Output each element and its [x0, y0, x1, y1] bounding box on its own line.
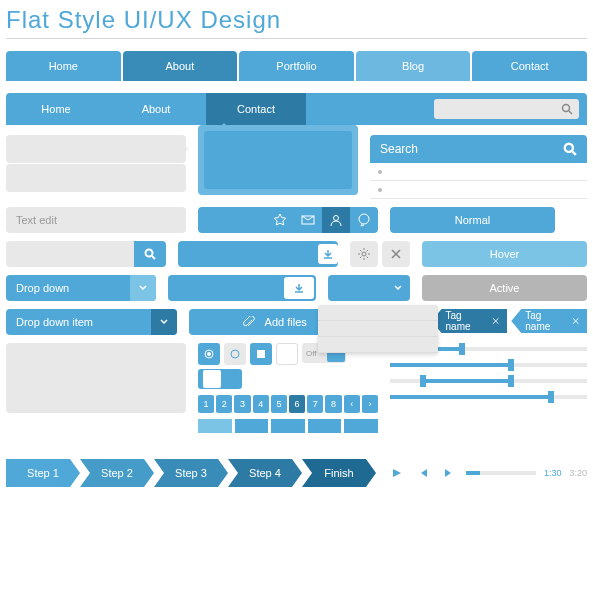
- segment[interactable]: [235, 419, 269, 433]
- button-active[interactable]: Active: [422, 275, 587, 301]
- page-button[interactable]: 4: [253, 395, 269, 413]
- audio-player: 1:30 3:20: [388, 459, 587, 487]
- callout-panel: [198, 125, 358, 195]
- next-icon[interactable]: [440, 464, 458, 482]
- svg-line-8: [152, 256, 155, 259]
- tooltip-list: [6, 135, 186, 199]
- time-current: 1:30: [544, 468, 562, 478]
- svg-point-5: [334, 216, 339, 221]
- toggle-on[interactable]: [198, 369, 242, 389]
- segment[interactable]: [308, 419, 342, 433]
- slider[interactable]: [390, 395, 587, 399]
- play-icon[interactable]: [388, 464, 406, 482]
- page-button[interactable]: 7: [307, 395, 323, 413]
- stepper: Step 1 Step 2 Step 3 Step 4 Finish: [6, 459, 376, 487]
- close-icon[interactable]: [382, 241, 410, 267]
- step-2[interactable]: Step 2: [80, 459, 154, 487]
- download-button[interactable]: [178, 241, 338, 267]
- svg-line-3: [572, 151, 576, 155]
- close-icon: [572, 317, 579, 325]
- svg-rect-13: [257, 350, 265, 358]
- segment[interactable]: [198, 419, 232, 433]
- step-finish[interactable]: Finish: [302, 459, 376, 487]
- range-slider[interactable]: [390, 379, 587, 383]
- dropdown-expanded[interactable]: [328, 275, 410, 301]
- tag-chip[interactable]: Tag name: [511, 309, 587, 333]
- search-icon: [563, 142, 577, 156]
- nav-blog[interactable]: Blog: [356, 51, 471, 81]
- checkbox-on[interactable]: [250, 343, 272, 365]
- page-button[interactable]: 6: [289, 395, 305, 413]
- page-button[interactable]: 5: [271, 395, 287, 413]
- slider-group: [390, 343, 587, 433]
- icon-toolbar: [198, 207, 378, 233]
- dropdown-menu: [318, 305, 438, 353]
- checkbox-off[interactable]: [276, 343, 298, 365]
- user-icon[interactable]: [322, 207, 350, 233]
- download-icon: [318, 244, 338, 264]
- tag-label: Tag name: [525, 310, 565, 332]
- radio-on[interactable]: [198, 343, 220, 365]
- page-button[interactable]: 1: [198, 395, 214, 413]
- svg-point-7: [146, 250, 153, 257]
- star-icon[interactable]: [266, 207, 294, 233]
- dropdown-item[interactable]: Drop down item: [6, 309, 177, 335]
- list-item[interactable]: [370, 163, 587, 181]
- segmented-control: [198, 419, 378, 433]
- step-3[interactable]: Step 3: [154, 459, 228, 487]
- svg-point-9: [362, 252, 366, 256]
- progress-track[interactable]: [466, 471, 536, 475]
- dropdown-option[interactable]: [318, 305, 438, 321]
- step-4[interactable]: Step 4: [228, 459, 302, 487]
- search-icon: [561, 103, 573, 115]
- nav-home[interactable]: Home: [6, 51, 121, 81]
- dropdown-option[interactable]: [318, 321, 438, 337]
- mail-icon[interactable]: [294, 207, 322, 233]
- page-button[interactable]: 3: [234, 395, 250, 413]
- text-input[interactable]: Text edit: [6, 207, 186, 233]
- button-normal[interactable]: Normal: [390, 207, 555, 233]
- prev-icon[interactable]: [414, 464, 432, 482]
- download-icon: [284, 277, 314, 299]
- nav2-home[interactable]: Home: [6, 93, 106, 125]
- nav-search-input[interactable]: [434, 99, 579, 119]
- chevron-down-icon: [130, 275, 156, 301]
- search-panel-header[interactable]: Search: [370, 135, 587, 163]
- nav2-about[interactable]: About: [106, 93, 206, 125]
- secondary-nav: Home About Contact: [6, 93, 587, 125]
- segment[interactable]: [344, 419, 378, 433]
- step-1[interactable]: Step 1: [6, 459, 80, 487]
- chat-icon[interactable]: [350, 207, 378, 233]
- tooltip-item: [6, 164, 186, 192]
- attachment-icon: [243, 316, 255, 328]
- page-next[interactable]: ›: [362, 395, 378, 413]
- dropdown-item-label: Drop down item: [16, 316, 93, 328]
- page-prev[interactable]: ‹: [344, 395, 360, 413]
- nav-contact[interactable]: Contact: [472, 51, 587, 81]
- gear-icon[interactable]: [350, 241, 378, 267]
- dropdown-label: Drop down: [16, 282, 69, 294]
- search-results: [370, 163, 587, 199]
- segment[interactable]: [271, 419, 305, 433]
- search-button[interactable]: [134, 241, 166, 267]
- radio-off[interactable]: [224, 343, 246, 365]
- download-button-alt[interactable]: [168, 275, 316, 301]
- search-label: Search: [380, 142, 418, 156]
- toggle-label: Off: [302, 349, 317, 358]
- search-field[interactable]: [6, 241, 166, 267]
- dropdown[interactable]: Drop down: [6, 275, 156, 301]
- dropdown-option[interactable]: [318, 337, 438, 353]
- list-item[interactable]: [370, 181, 587, 199]
- svg-line-1: [569, 111, 572, 114]
- slider[interactable]: [390, 363, 587, 367]
- primary-nav: Home About Portfolio Blog Contact: [6, 51, 587, 81]
- nav-portfolio[interactable]: Portfolio: [239, 51, 354, 81]
- button-hover[interactable]: Hover: [422, 241, 587, 267]
- page-button[interactable]: 2: [216, 395, 232, 413]
- nav-about[interactable]: About: [123, 51, 238, 81]
- tag-chip[interactable]: Tag name: [432, 309, 508, 333]
- page-title: Flat Style UI/UX Design: [6, 6, 587, 34]
- chevron-down-icon: [394, 284, 402, 292]
- page-button[interactable]: 8: [325, 395, 341, 413]
- divider: [6, 38, 587, 39]
